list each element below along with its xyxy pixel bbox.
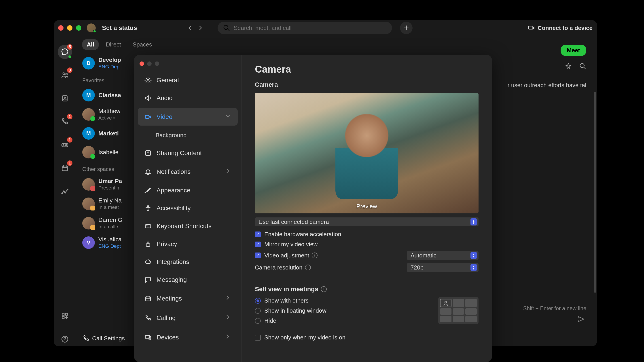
settings-background[interactable]: Background	[138, 127, 238, 143]
calls-badge: 1	[67, 114, 72, 119]
settings-integrations[interactable]: Integrations	[138, 254, 238, 270]
svg-rect-24	[146, 244, 150, 247]
traffic-lights	[58, 25, 82, 31]
compose-hint: Shift + Enter for a new line	[523, 305, 586, 312]
avatar: M	[82, 127, 95, 140]
avatar	[82, 178, 95, 191]
self-view-heading: Self view in meetingsi	[255, 281, 478, 293]
settings-messaging[interactable]: Messaging	[138, 272, 238, 288]
settings-calling[interactable]: Calling	[138, 309, 238, 327]
voicemail-badge: 1	[67, 137, 72, 143]
presence-active-icon	[90, 116, 95, 121]
settings-maximize	[155, 61, 159, 66]
mirror-checkbox[interactable]: ✓Mirror my video view	[255, 241, 478, 248]
nav-contacts[interactable]	[58, 91, 72, 105]
meetings-badge: 1	[67, 160, 72, 166]
nav-help[interactable]	[58, 332, 72, 346]
settings-title: Camera	[255, 64, 478, 75]
nav-messaging[interactable]: 5	[58, 45, 72, 59]
chevron-right-icon	[224, 333, 232, 342]
settings-audio[interactable]: Audio	[138, 90, 238, 106]
brush-icon	[144, 187, 152, 194]
tab-direct[interactable]: Direct	[101, 39, 126, 50]
connect-device-button[interactable]: Connect to a device	[528, 24, 592, 31]
camera-heading: Camera	[255, 81, 478, 88]
presence-meeting-icon	[90, 206, 95, 211]
info-icon[interactable]: i	[312, 253, 318, 258]
meet-button[interactable]: Meet	[560, 45, 586, 56]
nav-back[interactable]	[185, 23, 194, 32]
minimize-window[interactable]	[67, 25, 72, 31]
radio-checked-icon	[255, 298, 261, 304]
preview-person	[336, 114, 398, 199]
nav-teams[interactable]: 3	[58, 68, 72, 82]
nav-rail: 5 3 1 1 1	[54, 36, 76, 346]
settings-notifications[interactable]: Notifications	[138, 163, 238, 181]
sv-floating-radio[interactable]: Show in floating window	[255, 307, 326, 314]
info-icon[interactable]: i	[321, 286, 327, 292]
sv-with-others-radio[interactable]: Show with others	[255, 297, 326, 304]
maximize-window[interactable]	[76, 25, 82, 31]
checkbox-icon	[255, 335, 261, 341]
resolution-select[interactable]: 720p▲▼	[407, 263, 478, 272]
settings-content: Camera Camera Preview Use last connected…	[242, 55, 492, 362]
avatar	[82, 108, 95, 121]
avatar: V	[82, 236, 95, 249]
svg-point-28	[445, 301, 446, 303]
info-icon[interactable]: i	[305, 265, 311, 270]
svg-rect-1	[528, 26, 533, 29]
show-only-checkbox[interactable]: Show only when my video is on	[255, 334, 478, 341]
search-conversation-icon[interactable]	[579, 62, 586, 70]
camera-select[interactable]: Use last connected camera ▲▼	[255, 217, 478, 226]
settings-devices[interactable]: Devices	[138, 329, 238, 346]
settings-minimize	[147, 61, 152, 66]
pin-icon[interactable]	[565, 62, 572, 70]
settings-general[interactable]: General	[138, 72, 238, 88]
search-input[interactable]	[234, 24, 386, 31]
new-button[interactable]	[400, 22, 412, 34]
settings-close[interactable]	[140, 61, 144, 66]
svg-point-3	[66, 73, 68, 75]
avatar: D	[82, 57, 95, 69]
bell-icon	[144, 168, 152, 175]
settings-keyboard[interactable]: Keyboard Shortcuts	[138, 218, 238, 234]
svg-point-7	[63, 145, 64, 146]
video-adj-select[interactable]: Automatic▲▼	[407, 251, 478, 260]
presence-active-icon	[90, 154, 95, 159]
svg-point-22	[147, 206, 148, 207]
nav-forward[interactable]	[196, 23, 205, 32]
settings-video[interactable]: Video	[138, 108, 238, 126]
radio-icon	[255, 308, 261, 314]
sv-hide-radio[interactable]: Hide	[255, 317, 326, 324]
nav-calls[interactable]: 1	[58, 114, 72, 129]
nav-apps[interactable]	[58, 309, 72, 323]
svg-point-5	[64, 97, 66, 98]
video-icon	[144, 113, 152, 120]
gear-icon	[144, 77, 152, 84]
settings-meetings[interactable]: Meetings	[138, 290, 238, 307]
phone-icon	[144, 314, 152, 322]
search-bar[interactable]	[218, 22, 392, 34]
video-adj-checkbox[interactable]: ✓	[255, 253, 261, 258]
tab-spaces[interactable]: Spaces	[128, 39, 156, 50]
nav-insights[interactable]	[58, 184, 72, 198]
settings-sharing[interactable]: Sharing Content	[138, 145, 238, 161]
chevron-right-icon	[224, 167, 232, 176]
nav-meetings[interactable]: 1	[58, 161, 72, 175]
set-status-button[interactable]: Set a status	[102, 24, 137, 31]
settings-privacy[interactable]: Privacy	[138, 236, 238, 252]
send-button[interactable]	[577, 316, 584, 324]
settings-accessibility[interactable]: Accessibility	[138, 200, 238, 216]
self-view-grid-preview	[438, 297, 478, 324]
contacts-badge: 3	[67, 67, 72, 73]
self-avatar[interactable]	[87, 23, 96, 32]
close-window[interactable]	[58, 25, 64, 31]
settings-appearance[interactable]: Appearance	[138, 182, 238, 198]
svg-point-2	[63, 73, 65, 75]
checkbox-checked-icon: ✓	[255, 242, 261, 247]
scrollbar[interactable]	[594, 92, 596, 293]
chat-badge: 5	[67, 44, 72, 50]
nav-voicemail[interactable]: 1	[58, 138, 72, 152]
hw-accel-checkbox[interactable]: ✓Enable hardware acceleration	[255, 231, 478, 238]
tab-all[interactable]: All	[82, 39, 98, 50]
